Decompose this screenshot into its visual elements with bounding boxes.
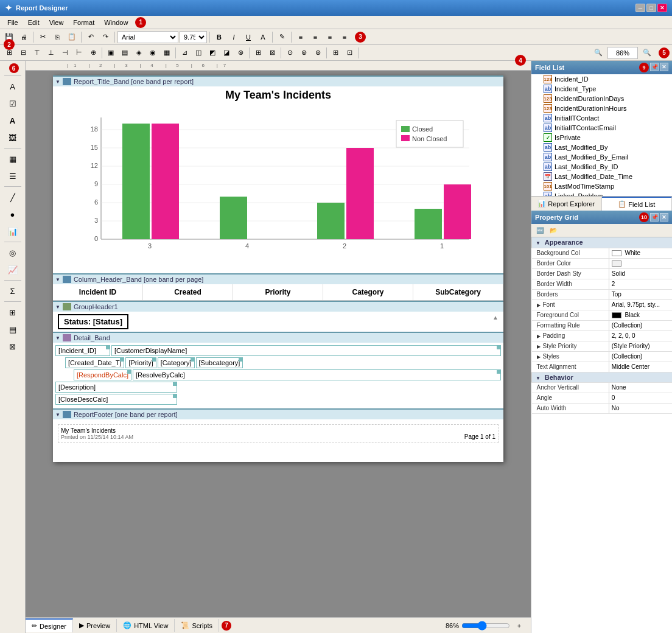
prop-grid-close[interactable]: ✕ <box>660 213 668 222</box>
padding-expand[interactable]: ▶ <box>537 334 541 339</box>
report-footer-band-header[interactable]: ▼ ReportFooter [one band per report] <box>53 408 503 419</box>
field-list-pin[interactable]: 📌 <box>650 63 659 71</box>
zoom-out-button[interactable]: 🔍 <box>592 46 605 60</box>
prop-value-angle[interactable]: 0 <box>609 393 672 403</box>
zoom-plus[interactable]: + <box>513 619 526 632</box>
report-tool-9[interactable]: ▤ <box>118 46 131 60</box>
field-resolve-by[interactable]: [ResolveByCalc] <box>133 369 501 380</box>
prop-value-padding[interactable]: 2, 2, 0, 0 <box>609 330 672 341</box>
field-item-lastmod-timestamp[interactable]: 101 LastModTimeStamp <box>531 181 672 191</box>
tab-scripts[interactable]: 📜 Scripts <box>175 619 219 632</box>
report-tool-22[interactable]: ⊛ <box>311 46 324 60</box>
field-customer-display[interactable]: [CustomerDisplayName] <box>111 345 501 356</box>
styles-expand[interactable]: ▶ <box>537 354 541 360</box>
field-handle-6[interactable] <box>239 358 242 362</box>
field-handle-8[interactable] <box>497 370 500 374</box>
minimize-button[interactable]: ─ <box>635 4 645 12</box>
prop-value-styles[interactable]: (Collection) <box>609 351 672 362</box>
table-tool[interactable]: ▦ <box>4 151 22 167</box>
report-tool-17[interactable]: ⊗ <box>234 46 247 60</box>
report-tool-21[interactable]: ⊚ <box>297 46 310 60</box>
field-item-is-private[interactable]: ✓ IsPrivate <box>531 133 672 142</box>
report-tool-12[interactable]: ▦ <box>160 46 173 60</box>
report-tool-23[interactable]: ⊞ <box>329 46 342 60</box>
menu-window[interactable]: Window <box>99 18 133 27</box>
align-center-button[interactable]: ≡ <box>309 30 322 44</box>
field-priority[interactable]: [Priority] <box>125 357 156 368</box>
report-tool-4[interactable]: ⊥ <box>44 46 58 60</box>
prop-value-auto-width[interactable]: No <box>609 403 672 413</box>
field-item-incident-id[interactable]: 123 Incident_ID <box>531 74 672 84</box>
italic-button[interactable]: I <box>227 30 240 44</box>
group-header-band-header[interactable]: ▼ GroupHeader1 <box>53 301 503 312</box>
zoom-input[interactable] <box>607 47 638 59</box>
field-item-last-modified-id[interactable]: ab Last_Modified_By_ID <box>531 162 672 172</box>
prop-category-btn[interactable]: 📂 <box>547 225 559 236</box>
zoom-slider[interactable] <box>461 621 510 631</box>
field-respond-by[interactable]: [RespondByCalc] <box>74 369 131 380</box>
section-appearance-expand[interactable]: ▼ <box>536 240 541 246</box>
field-description[interactable]: [Description] <box>55 382 177 393</box>
bold-button[interactable]: B <box>212 30 226 44</box>
report-tool-15[interactable]: ◩ <box>206 46 219 60</box>
detail-band-header[interactable]: ▼ Detail_Band <box>53 332 503 343</box>
tab-report-explorer[interactable]: 📊 Report Explorer <box>531 197 602 211</box>
text-tool[interactable]: A <box>4 79 22 94</box>
print-button[interactable]: 🖨 <box>17 30 30 44</box>
section-behavior-expand[interactable]: ▼ <box>536 376 541 381</box>
font-size-selector[interactable]: 9.75 <box>180 31 207 43</box>
report-tool-5[interactable]: ⊣ <box>58 46 72 60</box>
field-item-initial-email[interactable]: ab InitialITContactEmail <box>531 123 672 133</box>
image-tool[interactable]: 🖼 <box>4 130 22 145</box>
field-item-last-modified-by[interactable]: ab Last_Modified_By <box>531 142 672 152</box>
prop-value-border-color[interactable] <box>609 258 672 268</box>
prop-value-formatting-rule[interactable]: (Collection) <box>609 320 672 330</box>
cross-tool[interactable]: ⊞ <box>4 304 22 320</box>
field-handle-2[interactable] <box>497 346 500 349</box>
field-handle-10[interactable] <box>173 394 177 398</box>
report-tool-7[interactable]: ⊕ <box>86 46 100 60</box>
prop-value-font[interactable]: Arial, 9.75pt, sty... <box>609 299 672 310</box>
report-tool-13[interactable]: ⊿ <box>178 46 191 60</box>
prop-value-anchor-vert[interactable]: None <box>609 382 672 393</box>
font-color-button[interactable]: A <box>256 30 270 44</box>
line-tool[interactable]: ╱ <box>4 189 22 205</box>
prop-value-border-width[interactable]: 2 <box>609 279 672 289</box>
prop-value-bg-color[interactable]: White <box>609 248 672 258</box>
align-right-button[interactable]: ≡ <box>323 30 337 44</box>
field-handle-7[interactable] <box>127 370 131 374</box>
prop-value-borders[interactable]: Top <box>609 289 672 299</box>
field-created-date[interactable]: [Created_Date_T] <box>65 357 124 368</box>
cut-button[interactable]: ✂ <box>36 30 49 44</box>
field-subcategory[interactable]: [Subcategory] <box>196 357 243 368</box>
report-tool-16[interactable]: ◪ <box>220 46 233 60</box>
checkbox-tool[interactable]: ☑ <box>4 96 22 111</box>
field-list-close[interactable]: ✕ <box>660 63 668 71</box>
align-justify-button[interactable]: ≡ <box>338 30 351 44</box>
field-incident-id[interactable]: [Incident_ID] <box>55 345 110 356</box>
redo-button[interactable]: ↷ <box>99 30 112 44</box>
gauge-tool[interactable]: ◎ <box>4 245 22 261</box>
menu-view[interactable]: View <box>44 18 69 27</box>
field-item-duration-hours[interactable]: 123 IncidentDurationInHours <box>531 103 672 113</box>
prop-alphabetical-btn[interactable]: 🔤 <box>534 225 546 236</box>
zoom-in-button[interactable]: 🔍 <box>640 46 654 60</box>
close-button[interactable]: ✕ <box>657 4 667 12</box>
field-item-last-modified-date[interactable]: 📅 Last_Modified_Date_Time <box>531 172 672 181</box>
field-item-duration-days[interactable]: 123 IncidentDurationInDays <box>531 94 672 103</box>
tab-designer[interactable]: ✏ Designer <box>26 618 73 632</box>
prop-value-style-priority[interactable]: (Style Priority) <box>609 341 672 351</box>
prop-value-border-dash[interactable]: Solid <box>609 268 672 279</box>
report-tool-6[interactable]: ⊢ <box>72 46 86 60</box>
field-handle-5[interactable] <box>191 358 194 362</box>
status-box[interactable]: Status: [Status] <box>58 314 128 329</box>
report-tool-8[interactable]: ▣ <box>104 46 117 60</box>
field-list-scroll[interactable]: 123 Incident_ID ab Incident_Type 123 Inc… <box>531 74 672 196</box>
text-tool-2[interactable]: A <box>4 113 22 128</box>
copy-button[interactable]: ⎘ <box>51 30 64 44</box>
report-scroll-area[interactable]: ▼ Report_Title_Band [one band per report… <box>26 71 531 617</box>
paste-button[interactable]: 📋 <box>65 30 79 44</box>
report-tool-11[interactable]: ◉ <box>146 46 159 60</box>
font-selector[interactable]: Arial <box>117 31 178 43</box>
tab-preview[interactable]: ▶ Preview <box>73 619 117 632</box>
